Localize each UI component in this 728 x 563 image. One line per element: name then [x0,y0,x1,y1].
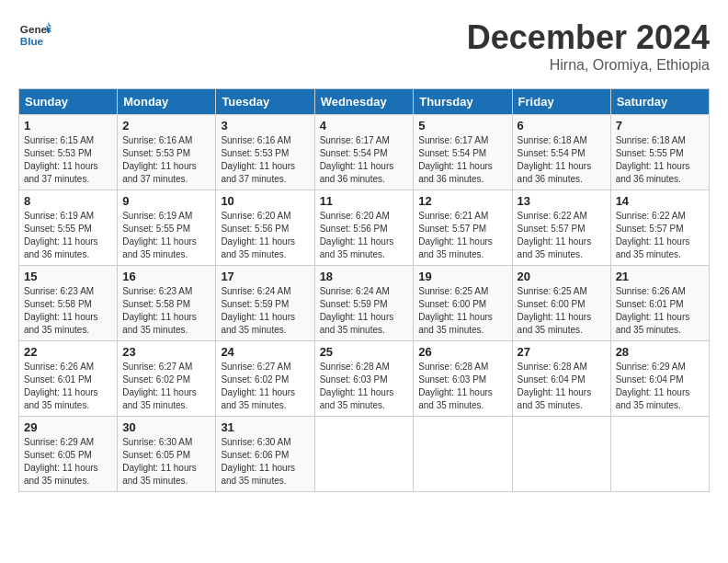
day-number: 20 [518,270,606,283]
day-info: Sunrise: 6:30 AM Sunset: 6:06 PM Dayligh… [221,436,309,488]
day-number: 25 [320,345,409,359]
day-info: Sunrise: 6:28 AM Sunset: 6:04 PM Dayligh… [518,361,606,412]
day-number: 12 [418,194,506,208]
day-number: 17 [221,270,309,283]
week-row-4: 22Sunrise: 6:26 AM Sunset: 6:01 PM Dayli… [19,341,710,417]
day-number: 2 [122,119,210,132]
day-number: 8 [24,194,112,208]
day-number: 19 [418,270,506,283]
day-number: 15 [24,270,112,283]
day-cell [314,417,414,492]
day-info: Sunrise: 6:16 AM Sunset: 5:53 PM Dayligh… [122,134,210,186]
day-cell: 21Sunrise: 6:26 AM Sunset: 6:01 PM Dayli… [610,266,709,341]
weekday-header-friday: Friday [512,89,610,115]
weekday-header-sunday: Sunday [19,89,118,115]
day-info: Sunrise: 6:18 AM Sunset: 5:54 PM Dayligh… [518,134,606,186]
day-cell: 29Sunrise: 6:29 AM Sunset: 6:05 PM Dayli… [19,417,118,492]
day-cell: 9Sunrise: 6:19 AM Sunset: 5:55 PM Daylig… [118,190,216,266]
day-info: Sunrise: 6:29 AM Sunset: 6:04 PM Dayligh… [616,361,704,412]
week-row-3: 15Sunrise: 6:23 AM Sunset: 5:58 PM Dayli… [19,266,710,341]
day-cell [512,417,610,492]
day-cell: 22Sunrise: 6:26 AM Sunset: 6:01 PM Dayli… [19,341,118,417]
day-number: 1 [24,119,112,132]
day-cell: 18Sunrise: 6:24 AM Sunset: 5:59 PM Dayli… [314,266,414,341]
day-number: 5 [418,119,506,132]
day-cell: 6Sunrise: 6:18 AM Sunset: 5:54 PM Daylig… [512,115,610,190]
day-cell: 2Sunrise: 6:16 AM Sunset: 5:53 PM Daylig… [118,115,216,190]
svg-text:Blue: Blue [20,35,44,47]
day-number: 7 [616,119,704,132]
day-cell: 31Sunrise: 6:30 AM Sunset: 6:06 PM Dayli… [216,417,314,492]
day-info: Sunrise: 6:26 AM Sunset: 6:01 PM Dayligh… [616,285,704,337]
day-info: Sunrise: 6:20 AM Sunset: 5:56 PM Dayligh… [221,210,309,261]
day-info: Sunrise: 6:20 AM Sunset: 5:56 PM Dayligh… [320,210,409,261]
day-cell: 8Sunrise: 6:19 AM Sunset: 5:55 PM Daylig… [19,190,118,266]
day-cell: 5Sunrise: 6:17 AM Sunset: 5:54 PM Daylig… [414,115,512,190]
page-header: General Blue December 2024 Hirna, Oromiy… [18,18,710,74]
day-number: 29 [24,420,112,434]
day-info: Sunrise: 6:15 AM Sunset: 5:53 PM Dayligh… [24,134,112,186]
day-cell: 1Sunrise: 6:15 AM Sunset: 5:53 PM Daylig… [19,115,118,190]
day-cell: 12Sunrise: 6:21 AM Sunset: 5:57 PM Dayli… [414,190,512,266]
day-number: 3 [221,119,309,132]
weekday-header-tuesday: Tuesday [216,89,314,115]
day-cell: 3Sunrise: 6:16 AM Sunset: 5:53 PM Daylig… [216,115,314,190]
day-info: Sunrise: 6:21 AM Sunset: 5:57 PM Dayligh… [418,210,506,261]
location: Hirna, Oromiya, Ethiopia [467,57,710,74]
calendar-table: SundayMondayTuesdayWednesdayThursdayFrid… [18,88,710,492]
day-info: Sunrise: 6:22 AM Sunset: 5:57 PM Dayligh… [616,210,704,261]
day-info: Sunrise: 6:29 AM Sunset: 6:05 PM Dayligh… [24,436,112,488]
day-cell: 19Sunrise: 6:25 AM Sunset: 6:00 PM Dayli… [414,266,512,341]
day-info: Sunrise: 6:23 AM Sunset: 5:58 PM Dayligh… [24,285,112,337]
day-number: 23 [122,345,210,359]
day-cell: 11Sunrise: 6:20 AM Sunset: 5:56 PM Dayli… [314,190,414,266]
day-info: Sunrise: 6:23 AM Sunset: 5:58 PM Dayligh… [122,285,210,337]
weekday-header-thursday: Thursday [414,89,512,115]
day-cell: 25Sunrise: 6:28 AM Sunset: 6:03 PM Dayli… [314,341,414,417]
day-info: Sunrise: 6:26 AM Sunset: 6:01 PM Dayligh… [24,361,112,412]
week-row-2: 8Sunrise: 6:19 AM Sunset: 5:55 PM Daylig… [19,190,710,266]
day-info: Sunrise: 6:17 AM Sunset: 5:54 PM Dayligh… [320,134,409,186]
day-number: 27 [518,345,606,359]
logo-icon: General Blue [18,18,51,52]
week-row-1: 1Sunrise: 6:15 AM Sunset: 5:53 PM Daylig… [19,115,710,190]
week-row-5: 29Sunrise: 6:29 AM Sunset: 6:05 PM Dayli… [19,417,710,492]
day-number: 18 [320,270,409,283]
day-number: 26 [418,345,506,359]
day-number: 10 [221,194,309,208]
day-cell: 20Sunrise: 6:25 AM Sunset: 6:00 PM Dayli… [512,266,610,341]
logo: General Blue [18,18,51,52]
day-number: 16 [122,270,210,283]
day-cell: 23Sunrise: 6:27 AM Sunset: 6:02 PM Dayli… [118,341,216,417]
day-info: Sunrise: 6:19 AM Sunset: 5:55 PM Dayligh… [24,210,112,261]
day-info: Sunrise: 6:28 AM Sunset: 6:03 PM Dayligh… [320,361,409,412]
day-info: Sunrise: 6:27 AM Sunset: 6:02 PM Dayligh… [122,361,210,412]
day-number: 4 [320,119,409,132]
day-cell: 27Sunrise: 6:28 AM Sunset: 6:04 PM Dayli… [512,341,610,417]
day-info: Sunrise: 6:22 AM Sunset: 5:57 PM Dayligh… [518,210,606,261]
day-info: Sunrise: 6:25 AM Sunset: 6:00 PM Dayligh… [418,285,506,337]
day-cell: 7Sunrise: 6:18 AM Sunset: 5:55 PM Daylig… [610,115,709,190]
weekday-header-row: SundayMondayTuesdayWednesdayThursdayFrid… [19,89,710,115]
day-cell: 30Sunrise: 6:30 AM Sunset: 6:05 PM Dayli… [118,417,216,492]
day-cell: 16Sunrise: 6:23 AM Sunset: 5:58 PM Dayli… [118,266,216,341]
day-info: Sunrise: 6:17 AM Sunset: 5:54 PM Dayligh… [418,134,506,186]
title-block: December 2024 Hirna, Oromiya, Ethiopia [467,18,710,74]
day-info: Sunrise: 6:30 AM Sunset: 6:05 PM Dayligh… [122,436,210,488]
weekday-header-wednesday: Wednesday [314,89,414,115]
day-cell: 15Sunrise: 6:23 AM Sunset: 5:58 PM Dayli… [19,266,118,341]
day-number: 9 [122,194,210,208]
day-number: 11 [320,194,409,208]
day-cell: 26Sunrise: 6:28 AM Sunset: 6:03 PM Dayli… [414,341,512,417]
day-number: 6 [518,119,606,132]
day-info: Sunrise: 6:24 AM Sunset: 5:59 PM Dayligh… [320,285,409,337]
day-number: 13 [518,194,606,208]
day-cell [610,417,709,492]
day-number: 22 [24,345,112,359]
day-cell: 14Sunrise: 6:22 AM Sunset: 5:57 PM Dayli… [610,190,709,266]
day-info: Sunrise: 6:18 AM Sunset: 5:55 PM Dayligh… [616,134,704,186]
day-cell: 17Sunrise: 6:24 AM Sunset: 5:59 PM Dayli… [216,266,314,341]
day-number: 14 [616,194,704,208]
day-cell: 24Sunrise: 6:27 AM Sunset: 6:02 PM Dayli… [216,341,314,417]
day-info: Sunrise: 6:19 AM Sunset: 5:55 PM Dayligh… [122,210,210,261]
